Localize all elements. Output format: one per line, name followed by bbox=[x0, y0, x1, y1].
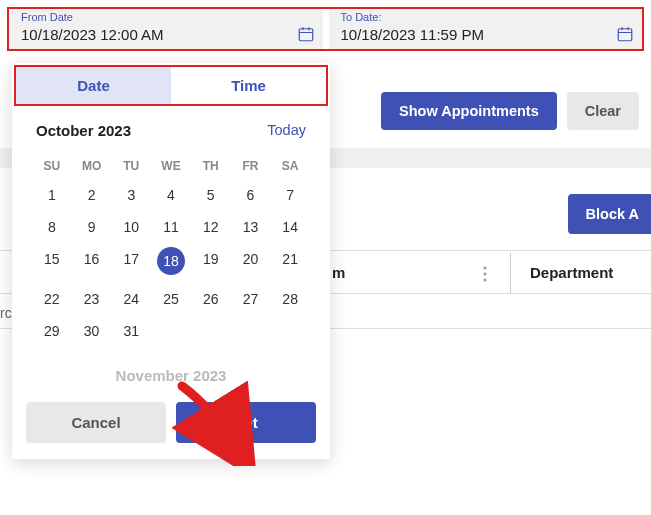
clear-button[interactable]: Clear bbox=[567, 92, 639, 130]
calendar-day[interactable]: 10 bbox=[111, 211, 151, 243]
calendar-day[interactable]: 22 bbox=[32, 283, 72, 315]
block-button[interactable]: Block A bbox=[568, 194, 651, 234]
tab-date[interactable]: Date bbox=[16, 67, 171, 104]
calendar-day[interactable]: 17 bbox=[111, 243, 151, 283]
column-separator bbox=[510, 253, 511, 293]
from-date-field[interactable]: From Date 10/18/2023 12:00 AM bbox=[9, 9, 323, 49]
calendar-day bbox=[191, 315, 231, 347]
calendar-day[interactable]: 15 bbox=[32, 243, 72, 283]
to-date-label: To Date: bbox=[341, 11, 635, 23]
calendar-day[interactable]: 13 bbox=[231, 211, 271, 243]
to-date-field[interactable]: To Date: 10/18/2023 11:59 PM bbox=[329, 9, 643, 49]
block-button-wrap: Block A bbox=[568, 194, 651, 234]
calendar-day[interactable]: 21 bbox=[270, 243, 310, 283]
cancel-button[interactable]: Cancel bbox=[26, 402, 166, 443]
picker-tabs: Date Time bbox=[14, 65, 328, 106]
to-date-value: 10/18/2023 11:59 PM bbox=[341, 26, 484, 43]
calendar-day bbox=[270, 315, 310, 347]
column-department: Department bbox=[530, 264, 613, 281]
show-appointments-button[interactable]: Show Appointments bbox=[381, 92, 557, 130]
column-menu-icon[interactable]: ⋯ bbox=[475, 265, 497, 281]
calendar-day[interactable]: 26 bbox=[191, 283, 231, 315]
calendar-day[interactable]: 3 bbox=[111, 179, 151, 211]
calendar-day[interactable]: 16 bbox=[72, 243, 112, 283]
dow-label: SA bbox=[270, 153, 310, 179]
date-range-fields: From Date 10/18/2023 12:00 AM To Date: 1… bbox=[7, 7, 644, 51]
calendar-day[interactable]: 14 bbox=[270, 211, 310, 243]
calendar-day[interactable]: 29 bbox=[32, 315, 72, 347]
svg-rect-1 bbox=[618, 29, 632, 41]
calendar-day[interactable]: 28 bbox=[270, 283, 310, 315]
dow-label: FR bbox=[231, 153, 271, 179]
today-link[interactable]: Today bbox=[267, 122, 306, 139]
calendar-day bbox=[231, 315, 271, 347]
calendar-day[interactable]: 19 bbox=[191, 243, 231, 283]
calendar-day[interactable]: 8 bbox=[32, 211, 72, 243]
rc-text: rc bbox=[0, 305, 12, 321]
dow-label: TU bbox=[111, 153, 151, 179]
calendar-day bbox=[151, 315, 191, 347]
dow-label: TH bbox=[191, 153, 231, 179]
calendar-day[interactable]: 6 bbox=[231, 179, 271, 211]
calendar-day[interactable]: 11 bbox=[151, 211, 191, 243]
calendar-day[interactable]: 24 bbox=[111, 283, 151, 315]
calendar-day[interactable]: 20 bbox=[231, 243, 271, 283]
calendar-day[interactable]: 9 bbox=[72, 211, 112, 243]
from-date-value: 10/18/2023 12:00 AM bbox=[21, 26, 164, 43]
calendar-day[interactable]: 27 bbox=[231, 283, 271, 315]
date-picker: Date Time October 2023 Today SUMOTUWETHF… bbox=[12, 63, 330, 459]
calendar-day[interactable]: 12 bbox=[191, 211, 231, 243]
dow-label: SU bbox=[32, 153, 72, 179]
calendar-day[interactable]: 2 bbox=[72, 179, 112, 211]
calendar-day[interactable]: 1 bbox=[32, 179, 72, 211]
set-button[interactable]: Set bbox=[176, 402, 316, 443]
calendar-day[interactable]: 31 bbox=[111, 315, 151, 347]
calendar-day[interactable]: 18 bbox=[151, 243, 191, 283]
actions-row: Show Appointments Clear bbox=[381, 92, 639, 130]
from-date-label: From Date bbox=[21, 11, 315, 23]
calendar-icon[interactable] bbox=[297, 25, 315, 43]
month-label[interactable]: October 2023 bbox=[36, 122, 131, 139]
tab-time[interactable]: Time bbox=[171, 67, 326, 104]
dow-label: MO bbox=[72, 153, 112, 179]
calendar-icon[interactable] bbox=[616, 25, 634, 43]
dow-label: WE bbox=[151, 153, 191, 179]
svg-rect-0 bbox=[299, 29, 313, 41]
next-month-label: November 2023 bbox=[12, 355, 330, 390]
calendar-day[interactable]: 4 bbox=[151, 179, 191, 211]
calendar-day[interactable]: 25 bbox=[151, 283, 191, 315]
calendar-day[interactable]: 5 bbox=[191, 179, 231, 211]
column-m: m bbox=[332, 264, 345, 281]
calendar-day[interactable]: 7 bbox=[270, 179, 310, 211]
calendar-day[interactable]: 23 bbox=[72, 283, 112, 315]
calendar-grid: SUMOTUWETHFRSA 1234567891011121314151617… bbox=[12, 149, 330, 355]
calendar-day[interactable]: 30 bbox=[72, 315, 112, 347]
